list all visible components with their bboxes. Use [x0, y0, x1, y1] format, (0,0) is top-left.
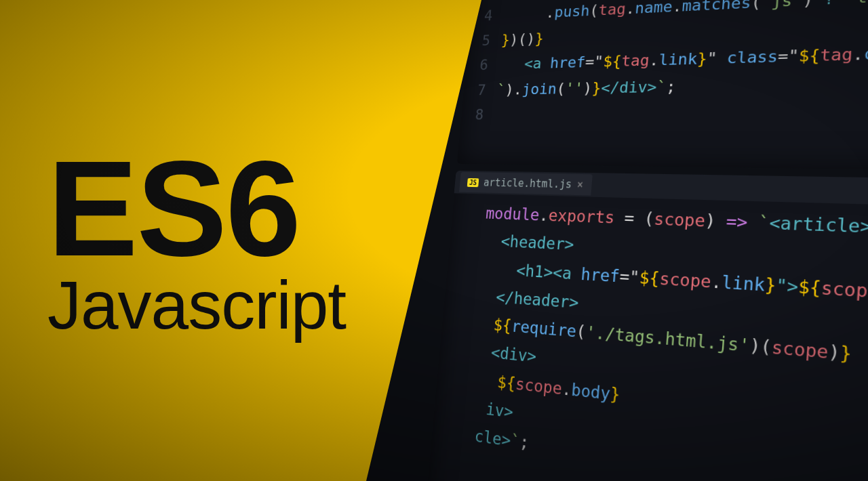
editor-pane-top: 3${(() => { tag.classes = (tag.classes4 …: [457, 0, 868, 174]
close-icon[interactable]: ×: [576, 178, 584, 191]
line-number: 8: [465, 102, 496, 127]
code-block-top: 3${(() => { tag.classes = (tag.classes4 …: [460, 0, 868, 133]
code-block-bottom: module.exports = (scope) => `<article> <…: [425, 193, 868, 481]
line-number: 6: [470, 52, 500, 78]
line-number: 7: [467, 77, 498, 102]
editor-pane-bottom: JS article.html.js × module.exports = (s…: [421, 171, 868, 481]
tab-filename: article.html.js: [483, 176, 572, 190]
line-number: 5: [472, 28, 502, 54]
javascript-badge-icon: JS: [467, 177, 479, 186]
code-editor-backdrop: 3${(() => { tag.classes = (tag.classes4 …: [419, 0, 868, 481]
editor-tab[interactable]: JS article.html.js ×: [459, 172, 592, 196]
